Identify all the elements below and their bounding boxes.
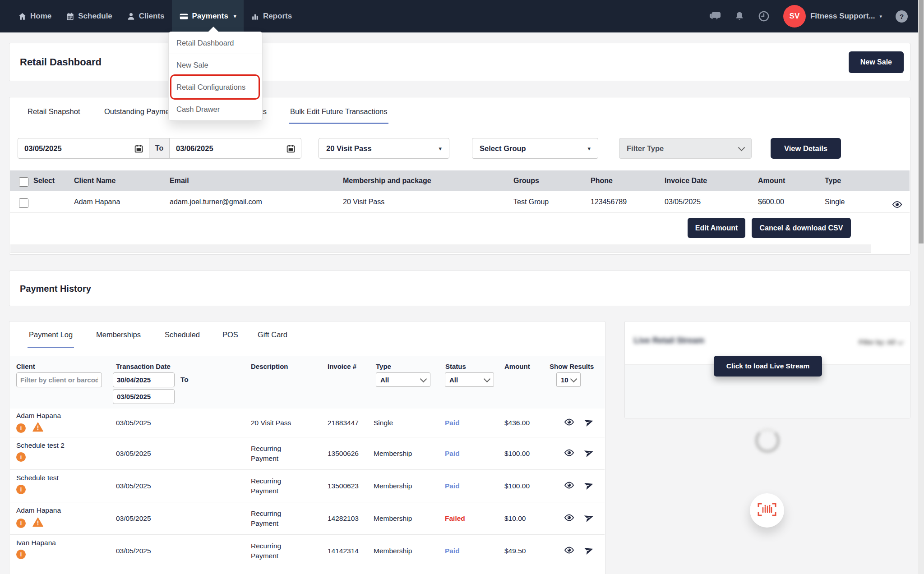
show-results-value: 10 [561,376,568,384]
tab-retail-snapshot[interactable]: Retail Snapshot [28,107,80,116]
filter-label-amount: Amount [504,363,530,370]
type-select[interactable]: All [376,372,430,387]
row-client: Adam Hapana [16,412,61,420]
live-stream-filter[interactable]: Filter by: All [859,339,903,346]
eye-icon[interactable] [564,417,574,429]
eye-icon[interactable] [892,197,902,218]
tab-bulk-edit-future-transactions[interactable]: Bulk Edit Future Transactions [290,107,388,116]
cancel-download-csv-button[interactable]: Cancel & download CSV [752,218,851,238]
user-name: Fitness Support... [810,12,875,21]
send-icon[interactable] [584,545,594,557]
date-to-input[interactable] [169,138,301,159]
menu-item-cash-drawer[interactable]: Cash Drawer [169,98,262,120]
row-description: Recurring Payment [251,541,299,561]
nav-item-schedule[interactable]: Schedule [59,0,120,32]
navbar-right-tools: SV Fitness Support... ▾ ? [709,5,924,28]
row-status: Paid [445,547,460,555]
info-icon[interactable]: i [16,519,26,528]
info-icon[interactable]: i [16,452,26,462]
user-menu[interactable]: SV Fitness Support... ▾ [783,5,882,28]
person-icon [127,12,135,21]
select-all-checkbox[interactable] [19,177,28,187]
date-from-input[interactable] [18,138,149,159]
info-icon[interactable]: i [16,550,26,559]
tab-payment-log[interactable]: Payment Log [29,331,73,339]
group-select[interactable]: Select Group ▾ [472,138,598,159]
client-filter-input[interactable] [16,372,102,387]
retail-dashboard-page: Home Schedule Clients Payments ▾ Repor [0,0,924,574]
eye-icon[interactable] [564,480,574,492]
chat-icon[interactable] [709,11,721,22]
nav-label-clients: Clients [139,12,165,21]
to-label: To [180,376,189,384]
warning-icon[interactable] [32,517,43,529]
clock-icon[interactable] [758,10,770,22]
send-icon[interactable] [584,447,594,459]
live-stream-filter-label: Filter by: All [859,339,895,346]
bell-icon[interactable] [735,11,744,22]
tab-gift-card[interactable]: Gift Card [258,331,287,339]
transaction-date-from-input[interactable] [113,372,175,387]
row-client: Schedule test [16,474,59,482]
info-icon[interactable]: i [16,423,26,433]
menu-item-new-sale[interactable]: New Sale [169,54,262,76]
row-type: Single [374,419,393,427]
payments-dropdown-menu: Retail Dashboard New Sale Retail Configu… [168,32,263,121]
cell-phone: 123456789 [591,191,627,212]
show-results-select[interactable]: 10 [556,372,581,387]
status-select[interactable]: All [445,372,494,387]
new-sale-button[interactable]: New Sale [849,51,904,73]
type-select-value: All [380,376,389,384]
barcode-scan-button[interactable] [750,493,784,528]
send-icon[interactable] [584,480,594,492]
eye-icon[interactable] [564,512,574,524]
col-invoice-date: Invoice Date [665,170,707,191]
tab-pos[interactable]: POS [222,331,238,339]
help-icon[interactable]: ? [896,10,908,23]
row-description: 20 Visit Pass [251,418,299,427]
credit-card-icon [179,12,189,21]
row-date: 03/05/2025 [116,482,151,490]
bar-chart-icon [251,12,259,21]
horizontal-scrollbar[interactable] [10,244,871,253]
edit-amount-button[interactable]: Edit Amount [688,218,745,238]
eye-icon[interactable] [564,447,574,459]
row-amount: $49.50 [504,547,526,555]
eye-icon[interactable] [564,545,574,557]
tab-memberships[interactable]: Memberships [96,331,141,339]
nav-label-home: Home [30,12,51,21]
load-live-stream-button[interactable]: Click to load Live Stream [714,356,822,377]
chevron-down-icon: ▾ [879,14,882,19]
filter-label-show-results: Show Results [550,363,594,370]
retail-tabs-card: Retail Snapshot Outstanding Payments Fai… [9,97,910,255]
menu-item-retail-configurations[interactable]: Retail Configurations [169,76,262,98]
col-select: Select [33,170,55,191]
info-icon[interactable]: i [16,485,26,494]
filter-label-status: Status [445,363,466,370]
scrollbar-thumb[interactable] [919,0,924,243]
nav-item-home[interactable]: Home [11,0,59,32]
chevron-down-icon [897,338,904,345]
membership-select[interactable]: 20 Visit Pass ▾ [319,138,449,159]
chevron-down-icon [420,375,427,382]
chevron-down-icon [570,375,578,382]
cell-client-name: Adam Hapana [74,191,120,212]
row-checkbox[interactable] [19,198,28,208]
vertical-scrollbar[interactable] [918,0,924,574]
view-details-button[interactable]: View Details [771,138,841,159]
nav-label-schedule: Schedule [78,12,112,21]
tab-scheduled[interactable]: Scheduled [165,331,200,339]
send-icon[interactable] [584,417,594,429]
nav-item-clients[interactable]: Clients [120,0,172,32]
send-icon[interactable] [584,512,594,524]
row-date: 03/05/2025 [116,547,151,555]
row-client: Adam Hapana [16,506,61,514]
filter-type-select[interactable]: Filter Type [619,138,752,159]
caret-down-icon: ▾ [439,145,442,152]
menu-item-retail-dashboard[interactable]: Retail Dashboard [169,32,262,54]
transaction-date-to-input[interactable] [113,389,175,404]
row-amount: $100.00 [504,450,530,458]
nav-item-reports[interactable]: Reports [244,0,299,32]
warning-icon[interactable] [32,422,43,434]
cell-email: adam.joel.turner@gmail.com [170,191,262,212]
